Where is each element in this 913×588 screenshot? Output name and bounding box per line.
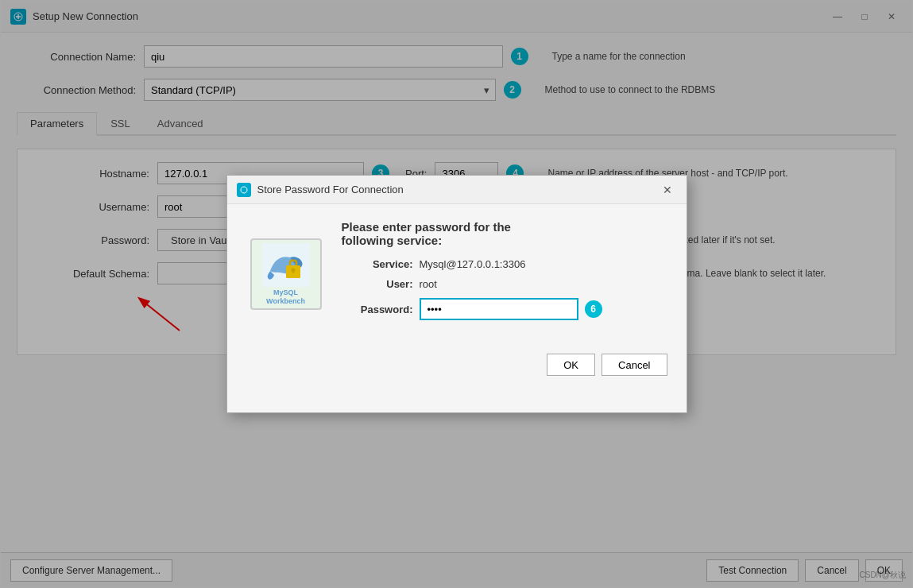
modal-heading: Please enter password for thefollowing s… [342, 220, 667, 247]
modal-titlebar: Store Password For Connection ✕ [227, 176, 687, 204]
modal-icon [237, 183, 251, 197]
modal-body: MySQLWorkbench Please enter password for… [227, 204, 687, 344]
modal-ok-button[interactable]: OK [547, 354, 595, 376]
modal-service-row: Service: Mysql@127.0.0.1:3306 [342, 258, 667, 270]
modal-icon-area: MySQLWorkbench [246, 220, 326, 328]
modal-user-row: User: root [342, 278, 667, 290]
store-password-modal: Store Password For Connection ✕ [226, 175, 687, 413]
badge-6: 6 [585, 300, 602, 318]
modal-service-label: Service: [342, 258, 413, 270]
main-window: Setup New Connection — □ ✕ Connection Na… [0, 0, 913, 588]
modal-close-button[interactable]: ✕ [658, 180, 677, 199]
modal-password-row: Password: 6 [342, 298, 667, 320]
modal-overlay: Store Password For Connection ✕ [1, 1, 912, 587]
modal-password-input[interactable] [420, 298, 578, 320]
workbench-label: MySQLWorkbench [266, 288, 305, 306]
modal-service-value: Mysql@127.0.0.1:3306 [420, 258, 526, 270]
modal-buttons: OK Cancel [227, 344, 687, 392]
modal-password-label: Password: [342, 304, 413, 315]
modal-form-area: Please enter password for thefollowing s… [342, 220, 667, 328]
workbench-logo: MySQLWorkbench [250, 238, 322, 310]
modal-cancel-button[interactable]: Cancel [602, 354, 667, 376]
modal-user-value: root [420, 278, 437, 290]
modal-title: Store Password For Connection [257, 184, 652, 195]
modal-user-label: User: [342, 278, 413, 290]
svg-rect-6 [292, 270, 294, 273]
